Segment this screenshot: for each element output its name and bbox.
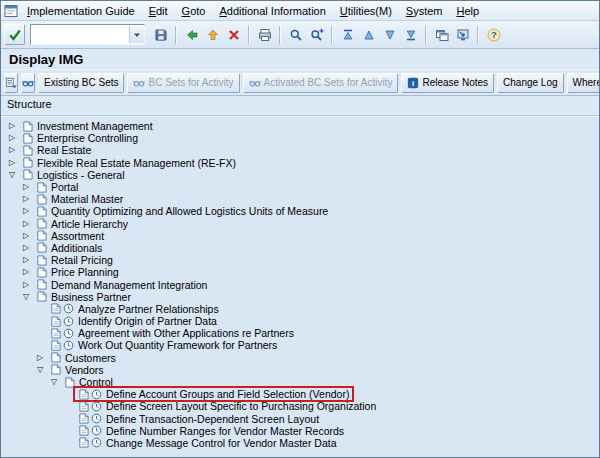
activity-icon[interactable] <box>91 389 102 400</box>
tree-item-label[interactable]: Analyze Partner Relationships <box>76 303 219 315</box>
tree-item-label[interactable]: Real Estate <box>35 144 91 156</box>
menu-goto[interactable]: Goto <box>175 4 213 18</box>
doc-icon[interactable] <box>78 389 89 400</box>
tree-item-label[interactable]: Vendors <box>63 364 104 376</box>
expand-arrow-collapsed[interactable]: ▷ <box>19 195 33 203</box>
new-session-button[interactable] <box>431 24 452 45</box>
tree-item-label[interactable]: Retail Pricing <box>49 254 113 266</box>
activity-icon[interactable] <box>91 401 102 412</box>
menu-help[interactable]: Help <box>450 4 487 18</box>
node-icon[interactable] <box>36 291 47 302</box>
doc-icon[interactable] <box>50 316 61 327</box>
node-icon[interactable] <box>50 352 61 363</box>
node-icon[interactable] <box>36 182 47 193</box>
doc-icon[interactable] <box>50 340 61 351</box>
tree-item-label[interactable]: Customers <box>63 352 116 364</box>
system-menu-icon[interactable] <box>4 4 18 18</box>
structure-display-button[interactable] <box>4 73 18 93</box>
activity-icon[interactable] <box>91 425 102 436</box>
tree-item-label[interactable]: Additionals <box>49 242 102 254</box>
change-log-button[interactable]: Change Log <box>497 73 564 93</box>
node-icon[interactable] <box>36 242 47 253</box>
tree-item-label[interactable]: Define Account Groups and Field Selectio… <box>104 388 349 400</box>
command-field-dropdown[interactable] <box>129 26 144 43</box>
doc-icon[interactable] <box>78 437 89 448</box>
save-button[interactable] <box>150 24 171 45</box>
tree-item-label[interactable]: Flexible Real Estate Management (RE-FX) <box>35 157 236 169</box>
display-glasses-button[interactable] <box>21 73 35 93</box>
doc-icon[interactable] <box>78 425 89 436</box>
expand-arrow-collapsed[interactable]: ▷ <box>19 244 33 252</box>
tree-item-label[interactable]: Logistics - General <box>35 169 125 181</box>
expand-arrow-collapsed[interactable]: ▷ <box>19 268 33 276</box>
tree-item-label[interactable]: Define Screen Layout Specific to Purchas… <box>104 400 376 412</box>
activity-icon[interactable] <box>63 340 74 351</box>
tree-item-label[interactable]: Define Number Ranges for Vendor Master R… <box>104 425 344 437</box>
menu-additional-information[interactable]: Additional Information <box>212 4 332 18</box>
tree-item-label[interactable]: Enterprise Controlling <box>35 132 138 144</box>
tree-item-label[interactable]: Assortment <box>49 230 104 242</box>
expand-arrow-collapsed[interactable]: ▷ <box>5 122 19 130</box>
node-icon[interactable] <box>22 121 33 132</box>
tree-item-label[interactable]: Demand Management Integration <box>49 279 207 291</box>
expand-arrow-collapsed[interactable]: ▷ <box>19 232 33 240</box>
back-button[interactable] <box>181 24 202 45</box>
node-icon[interactable] <box>36 255 47 266</box>
doc-icon[interactable] <box>50 328 61 339</box>
expand-arrow-collapsed[interactable]: ▷ <box>5 134 19 142</box>
expand-arrow-expanded[interactable]: ▽ <box>47 378 61 386</box>
node-icon[interactable] <box>36 230 47 241</box>
activity-icon[interactable] <box>63 303 74 314</box>
tree-item-label[interactable]: Change Message Control for Vendor Master… <box>104 437 337 449</box>
expand-arrow-collapsed[interactable]: ▷ <box>19 183 33 191</box>
tree-item-label[interactable]: Agreement with Other Applications re Par… <box>76 327 294 339</box>
tree-item-label[interactable]: Quantity Optimizing and Allowed Logistic… <box>49 205 328 217</box>
expand-arrow-expanded[interactable]: ▽ <box>33 366 47 374</box>
help-button[interactable]: ? <box>483 24 504 45</box>
activity-icon[interactable] <box>91 437 102 448</box>
tree-item-label[interactable]: Article Hierarchy <box>49 218 128 230</box>
page-up-button[interactable] <box>358 24 379 45</box>
node-icon[interactable] <box>22 133 33 144</box>
find-button[interactable] <box>285 24 306 45</box>
expand-arrow-expanded[interactable]: ▽ <box>19 293 33 301</box>
tree-item-label[interactable]: Control <box>77 376 113 388</box>
tree-item-label[interactable]: Material Master <box>49 193 123 205</box>
tree-item-label[interactable]: Work Out Quantity Framework for Partners <box>76 339 277 351</box>
activity-icon[interactable] <box>63 316 74 327</box>
doc-icon[interactable] <box>50 303 61 314</box>
find-next-button[interactable] <box>306 24 327 45</box>
node-icon[interactable] <box>36 218 47 229</box>
first-page-button[interactable] <box>337 24 358 45</box>
doc-icon[interactable] <box>78 413 89 424</box>
expand-arrow-expanded[interactable]: ▽ <box>5 171 19 179</box>
expand-arrow-collapsed[interactable]: ▷ <box>19 207 33 215</box>
tree-item-label[interactable]: Investment Management <box>35 120 153 132</box>
menu-utilities-m[interactable]: Utilities(M) <box>333 4 399 18</box>
enter-button[interactable] <box>4 24 25 45</box>
release-notes-button[interactable]: iRelease Notes <box>401 73 494 93</box>
menu-edit[interactable]: Edit <box>142 4 175 18</box>
tree-item-label[interactable]: Business Partner <box>49 291 131 303</box>
doc-icon[interactable] <box>78 401 89 412</box>
expand-arrow-collapsed[interactable]: ▷ <box>5 159 19 167</box>
expand-arrow-collapsed[interactable]: ▷ <box>33 354 47 362</box>
activity-icon[interactable] <box>63 328 74 339</box>
existing-bc-sets-button[interactable]: Existing BC Sets <box>38 73 124 93</box>
node-icon[interactable] <box>64 377 75 388</box>
tree-item-label[interactable]: Portal <box>49 181 78 193</box>
expand-arrow-collapsed[interactable]: ▷ <box>19 256 33 264</box>
node-icon[interactable] <box>22 157 33 168</box>
node-icon[interactable] <box>36 267 47 278</box>
node-icon[interactable] <box>22 145 33 156</box>
node-icon[interactable] <box>36 194 47 205</box>
expand-arrow-collapsed[interactable]: ▷ <box>19 281 33 289</box>
activity-icon[interactable] <box>91 413 102 424</box>
node-icon[interactable] <box>36 206 47 217</box>
menu-implementation-guide[interactable]: Implementation Guide <box>20 4 142 18</box>
node-icon[interactable] <box>22 169 33 180</box>
expand-arrow-collapsed[interactable]: ▷ <box>19 220 33 228</box>
cancel-button[interactable] <box>223 24 244 45</box>
node-icon[interactable] <box>36 279 47 290</box>
tree-item-label[interactable]: Identify Origin of Partner Data <box>76 315 217 327</box>
